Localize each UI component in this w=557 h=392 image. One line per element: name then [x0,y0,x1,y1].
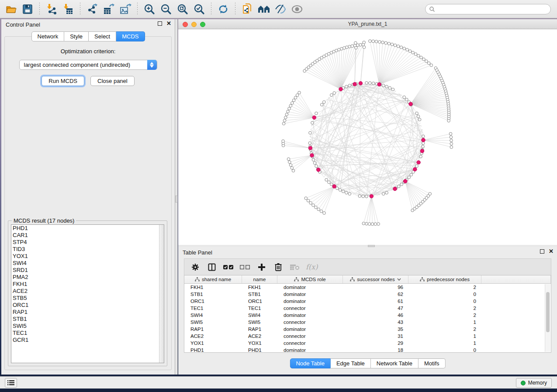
mcds-result-item[interactable]: ACE2 [11,288,164,295]
save-icon[interactable] [20,2,35,17]
mcds-result-item[interactable]: FKH1 [11,281,164,288]
table-cell: dominator [277,298,343,305]
table-row[interactable]: SWI4SWI4dominator462 [184,312,551,319]
function-builder-icon[interactable]: f(x) [306,263,318,271]
export-table-icon[interactable] [101,2,116,17]
zoom-in-icon[interactable] [142,2,157,17]
mcds-result-item[interactable]: CAR1 [11,232,164,239]
float-panel-icon[interactable] [158,21,162,26]
float-panel-icon[interactable] [540,249,544,254]
table-settings-gear-icon[interactable] [190,261,201,273]
mcds-result-item[interactable]: YOX1 [11,253,164,260]
import-network-icon[interactable] [44,2,59,17]
mcds-result-item[interactable]: GCR1 [11,337,164,344]
mcds-result-item[interactable]: STP4 [11,239,164,246]
close-panel-icon[interactable]: ✕ [166,21,171,26]
mcds-result-item[interactable]: PHD1 [11,225,164,232]
window-zoom-icon[interactable] [200,22,205,27]
delete-table-icon[interactable] [289,261,301,273]
table-cell: PHD1 [242,347,277,354]
export-network-icon[interactable] [85,2,100,17]
mcds-result-item[interactable]: STB5 [11,295,164,302]
binoculars-icon[interactable] [256,2,271,17]
column-header-shared-name[interactable]: shared name [184,275,242,283]
criterion-select[interactable]: largest connected component (undirected) [19,60,157,70]
list-scrollbar[interactable] [159,225,164,363]
column-header-predecessor-nodes[interactable]: predecessor nodes [408,275,481,283]
table-row[interactable]: ORC1ORC1dominator610 [184,298,551,305]
table-row[interactable]: RAP1RAP1dominator352 [184,326,551,333]
table-row[interactable]: SWI5SWI5connector431 [184,319,551,326]
tab-network[interactable]: Network [31,31,64,41]
toolbar-separator [235,3,235,16]
table-scrollbar[interactable] [545,284,550,352]
table-row[interactable]: PHD1PHD1dominator180 [184,347,551,354]
table-cell: YOX1 [242,340,277,347]
toolbar-separator [80,3,80,16]
table-row[interactable]: FKH1FKH1dominator962 [184,284,551,291]
table-cell: dominator [277,284,343,291]
vertical-splitter[interactable] [175,19,178,375]
search-input[interactable] [425,4,551,14]
export-image-icon[interactable] [118,2,133,17]
mcds-result-item[interactable]: SRD1 [11,267,164,274]
table-row[interactable]: ACE2ACE2connector311 [184,333,551,340]
add-column-icon[interactable] [256,261,267,273]
table-row[interactable]: YOX1YOX1connector291 [184,340,551,347]
table-row[interactable]: STB1STB1dominator620 [184,291,551,298]
table-cell: ACE2 [242,333,277,340]
tab-mcds[interactable]: MCDS [116,31,145,41]
column-header-name[interactable]: name [242,275,277,283]
clone-network-icon[interactable] [240,2,255,17]
deselect-all-icon[interactable] [239,261,251,273]
refresh-layout-icon[interactable] [216,2,231,17]
run-mcds-button[interactable]: Run MCDS [42,76,84,86]
mcds-result-item[interactable]: RAP1 [11,309,164,316]
table-tab-edge-table[interactable]: Edge Table [331,358,371,368]
mcds-result-item[interactable]: TEC1 [11,330,164,337]
close-panel-button[interactable]: Close panel [90,76,135,86]
memory-button[interactable]: Memory [516,378,552,388]
scrollbar-thumb[interactable] [546,292,550,332]
mcds-result-item[interactable]: TID3 [11,246,164,253]
network-titlebar[interactable]: YPA_prune.txt_1 [178,19,557,29]
tab-select[interactable]: Select [89,31,116,41]
search-icon [429,6,435,12]
panel-menu-button[interactable] [5,378,17,388]
zoom-selected-icon[interactable] [192,2,207,17]
table-tab-motifs[interactable]: Motifs [419,358,446,368]
table-cell: SWI5 [242,319,277,326]
table-cell: dominator [277,312,343,319]
delete-column-icon[interactable] [273,261,284,273]
mcds-tab-content: Optimization criterion: largest connecte… [4,36,172,370]
zoom-fit-icon[interactable] [175,2,190,17]
mcds-result-item[interactable]: STB1 [11,316,164,323]
import-table-icon[interactable] [61,2,76,17]
table-row[interactable]: TEC1TEC1connector472 [184,305,551,312]
column-header-successor-nodes[interactable]: successor nodes [343,275,408,283]
table-cell: STB1 [242,291,277,298]
select-all-icon[interactable] [223,261,234,273]
show-all-icon[interactable] [290,2,304,17]
mcds-result-item[interactable]: SWI5 [11,323,164,330]
column-header-MCDS-role[interactable]: MCDS role [277,275,343,283]
table-tab-network-table[interactable]: Network Table [371,358,419,368]
tab-style[interactable]: Style [64,31,89,41]
show-columns-icon[interactable] [206,261,218,273]
close-panel-icon[interactable]: ✕ [549,249,554,254]
window-minimize-icon[interactable] [191,22,197,27]
network-canvas[interactable] [178,29,557,245]
column-label: shared name [202,277,231,282]
table-cell: 1 [408,319,481,326]
mcds-result-item[interactable]: ORC1 [11,302,164,309]
mcds-result-list[interactable]: PHD1CAR1STP4TID3YOX1SWI4SRD1PMA2FKH1ACE2… [11,224,164,363]
zoom-out-icon[interactable] [159,2,173,17]
window-close-icon[interactable] [183,22,188,27]
mcds-result-item[interactable]: PMA2 [11,274,164,281]
mcds-result-item[interactable]: SWI4 [11,260,164,267]
table-cell: PHD1 [184,347,242,354]
table-tab-node-table[interactable]: Node Table [290,358,331,368]
hide-selected-icon[interactable] [273,2,288,17]
open-folder-icon[interactable] [3,2,18,17]
splitter-grip[interactable] [175,196,178,203]
